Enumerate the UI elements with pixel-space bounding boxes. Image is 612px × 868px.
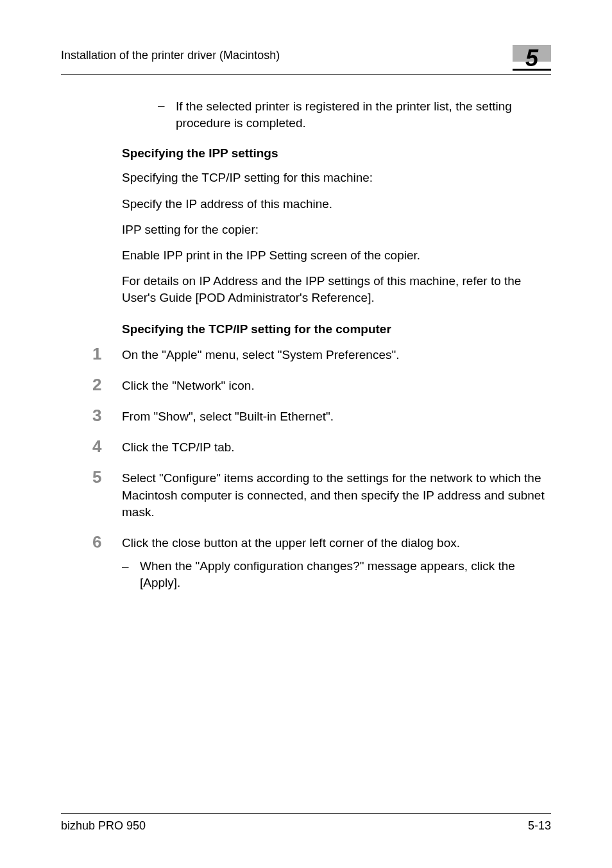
step-number: 2 (92, 376, 122, 394)
step-number: 3 (92, 407, 122, 425)
intro-bullet-text: If the selected printer is registered in… (176, 98, 551, 131)
header-rule (61, 74, 551, 75)
step-body: Click the close button at the upper left… (122, 534, 551, 591)
section1-p4: Enable IPP print in the IPP Setting scre… (122, 247, 551, 264)
step6-sub-text: When the "Apply configuration changes?" … (140, 558, 551, 591)
section1-p5: For details on IP Address and the IPP se… (122, 273, 551, 306)
step-body: Click the "Network" icon. (122, 376, 255, 394)
bullet-dash: – (122, 558, 140, 591)
step-number: 6 (92, 534, 122, 591)
step-5: 5 Select "Configure" items according to … (92, 469, 551, 521)
section-heading-ipp: Specifying the IPP settings (122, 146, 551, 161)
step-6: 6 Click the close button at the upper le… (92, 534, 551, 591)
step-4: 4 Click the TCP/IP tab. (92, 438, 551, 456)
step6-sub-bullet: – When the "Apply configuration changes?… (122, 558, 551, 591)
step-body: Click the TCP/IP tab. (122, 438, 235, 456)
step-body: On the "Apple" menu, select "System Pref… (122, 345, 400, 363)
step-body: From "Show", select "Built-in Ethernet". (122, 407, 334, 425)
section-heading-tcpip: Specifying the TCP/IP setting for the co… (122, 322, 551, 336)
footer-rule (61, 813, 551, 814)
product-name: bizhub PRO 950 (61, 819, 146, 833)
section1-p1: Specifying the TCP/IP setting for this m… (122, 169, 551, 186)
step-3: 3 From "Show", select "Built-in Ethernet… (92, 407, 551, 425)
step-number: 1 (92, 345, 122, 363)
section1-p3: IPP setting for the copier: (122, 221, 551, 238)
chapter-number: 5 (525, 45, 538, 72)
bullet-dash: – (158, 98, 176, 131)
step-number: 4 (92, 438, 122, 456)
intro-sub-bullet: – If the selected printer is registered … (122, 98, 551, 131)
chapter-badge: 5 (513, 45, 551, 71)
page-number: 5-13 (528, 819, 551, 833)
step-2: 2 Click the "Network" icon. (92, 376, 551, 394)
running-header: Installation of the printer driver (Maci… (61, 45, 280, 62)
step-1: 1 On the "Apple" menu, select "System Pr… (92, 345, 551, 363)
step-body: Select "Configure" items according to th… (122, 469, 551, 521)
page-footer: bizhub PRO 950 5-13 (61, 813, 551, 833)
section1-p2: Specify the IP address of this machine. (122, 196, 551, 213)
step6-text: Click the close button at the upper left… (122, 536, 460, 550)
main-content: – If the selected printer is registered … (61, 98, 551, 591)
step-number: 5 (92, 469, 122, 521)
